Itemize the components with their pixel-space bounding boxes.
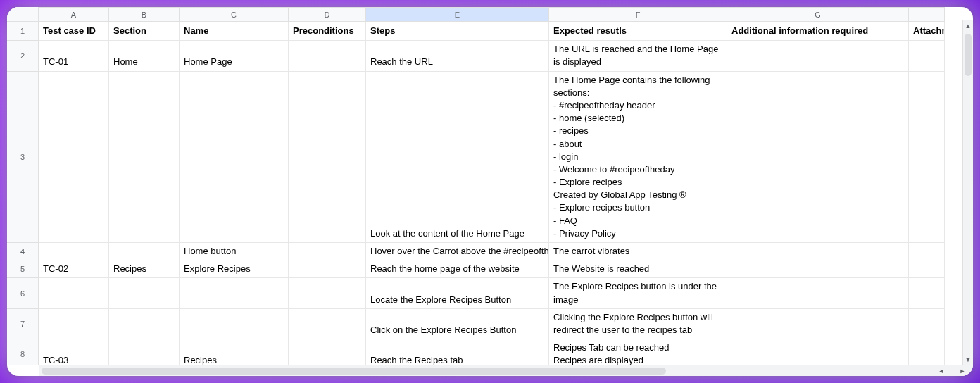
cell[interactable] — [909, 278, 945, 308]
cell[interactable]: Attachm — [909, 22, 945, 41]
v-scroll-thumb[interactable] — [965, 34, 972, 76]
row-header[interactable]: 7 — [7, 309, 39, 339]
sheet-nav-arrows: ◄ ► — [931, 365, 973, 376]
scroll-up-icon[interactable]: ▲ — [963, 20, 974, 31]
cell[interactable] — [289, 41, 366, 71]
sheet-next-icon[interactable]: ► — [957, 368, 968, 375]
cell[interactable]: Click on the Explore Recipes Button — [366, 309, 549, 339]
spreadsheet-window: ABCDEFG1Test case IDSectionNamePrecondit… — [7, 7, 973, 376]
sheet-prev-icon[interactable]: ◄ — [936, 368, 947, 375]
cell[interactable]: Home button — [180, 243, 289, 260]
cell[interactable] — [727, 260, 909, 278]
select-all-corner[interactable] — [7, 7, 39, 22]
column-header-B[interactable]: B — [109, 7, 180, 22]
cell[interactable]: Clicking the Explore Recipes button will… — [549, 309, 727, 339]
cell[interactable]: Home Page — [180, 41, 289, 71]
column-header-F[interactable]: F — [549, 7, 727, 22]
grid-wrapper: ABCDEFG1Test case IDSectionNamePrecondit… — [7, 7, 962, 365]
cell[interactable] — [289, 72, 366, 243]
cell[interactable]: Steps — [366, 22, 549, 41]
cell[interactable]: Test case ID — [39, 22, 109, 41]
cell[interactable]: Recipes — [180, 339, 289, 365]
cell[interactable] — [289, 309, 366, 339]
cell[interactable]: Look at the content of the Home Page — [366, 72, 549, 243]
cell[interactable] — [909, 41, 945, 71]
cell[interactable]: Hover over the Carrot above the #recipeo… — [366, 243, 549, 260]
cell[interactable]: Additional information required — [727, 22, 909, 41]
cell[interactable] — [727, 339, 909, 365]
cell[interactable]: Reach the home page of the website — [366, 260, 549, 278]
cell[interactable] — [289, 243, 366, 260]
column-header-E[interactable]: E — [366, 7, 549, 22]
cell[interactable] — [909, 72, 945, 243]
cell[interactable] — [727, 243, 909, 260]
cell[interactable]: The Explore Recipes button is under the … — [549, 278, 727, 308]
cell[interactable]: The Home Page contains the following sec… — [549, 72, 727, 243]
cell[interactable]: Recipes — [109, 260, 180, 278]
cell[interactable]: Home — [109, 41, 180, 71]
row-header[interactable]: 8 — [7, 339, 39, 365]
cell[interactable] — [109, 278, 180, 308]
horizontal-scrollbar[interactable] — [39, 365, 931, 376]
cell[interactable] — [39, 72, 109, 243]
cell[interactable]: Section — [109, 22, 180, 41]
cell[interactable]: Locate the Explore Recipes Button — [366, 278, 549, 308]
cell[interactable] — [180, 72, 289, 243]
cell[interactable] — [727, 72, 909, 243]
h-scroll-thumb[interactable] — [42, 368, 666, 375]
cell[interactable] — [727, 278, 909, 308]
row-header[interactable]: 6 — [7, 278, 39, 308]
row-header[interactable]: 4 — [7, 243, 39, 260]
cell[interactable] — [109, 309, 180, 339]
cell[interactable]: Reach the URL — [366, 41, 549, 71]
cell[interactable]: TC-01 — [39, 41, 109, 71]
cell[interactable]: The Website is reached — [549, 260, 727, 278]
row-header[interactable]: 1 — [7, 22, 39, 41]
column-header-D[interactable]: D — [289, 7, 366, 22]
cell[interactable]: Recipes Tab can be reached Recipes are d… — [549, 339, 727, 365]
cell[interactable]: Preconditions — [289, 22, 366, 41]
column-header-extra[interactable] — [909, 7, 945, 22]
spreadsheet-grid[interactable]: ABCDEFG1Test case IDSectionNamePrecondit… — [7, 7, 962, 365]
row-header[interactable]: 2 — [7, 41, 39, 71]
cell[interactable] — [909, 243, 945, 260]
cell[interactable]: TC-03 — [39, 339, 109, 365]
cell[interactable]: Expected resutls — [549, 22, 727, 41]
cell[interactable] — [289, 339, 366, 365]
cell[interactable]: Explore Recipes — [180, 260, 289, 278]
cell[interactable] — [39, 278, 109, 308]
cell[interactable]: Reach the Recipes tab — [366, 339, 549, 365]
cell[interactable] — [909, 309, 945, 339]
cell[interactable] — [727, 309, 909, 339]
cell[interactable] — [727, 41, 909, 71]
cell[interactable]: Name — [180, 22, 289, 41]
cell[interactable]: TC-02 — [39, 260, 109, 278]
cell[interactable] — [289, 278, 366, 308]
row-header[interactable]: 5 — [7, 260, 39, 278]
cell[interactable] — [909, 260, 945, 278]
cell[interactable] — [109, 339, 180, 365]
column-header-C[interactable]: C — [180, 7, 289, 22]
cell[interactable] — [39, 243, 109, 260]
column-header-A[interactable]: A — [39, 7, 109, 22]
cell[interactable] — [180, 309, 289, 339]
cell[interactable] — [109, 72, 180, 243]
column-header-G[interactable]: G — [727, 7, 909, 22]
cell[interactable] — [180, 278, 289, 308]
cell[interactable] — [109, 243, 180, 260]
cell[interactable] — [39, 309, 109, 339]
cell[interactable]: The URL is reached and the Home Page is … — [549, 41, 727, 71]
cell[interactable] — [909, 339, 945, 365]
cell[interactable] — [289, 260, 366, 278]
scroll-down-icon[interactable]: ▼ — [963, 354, 974, 365]
vertical-scrollbar[interactable]: ▲ ▼ — [962, 20, 973, 365]
cell[interactable]: The carrot vibrates — [549, 243, 727, 260]
row-header[interactable]: 3 — [7, 72, 39, 243]
